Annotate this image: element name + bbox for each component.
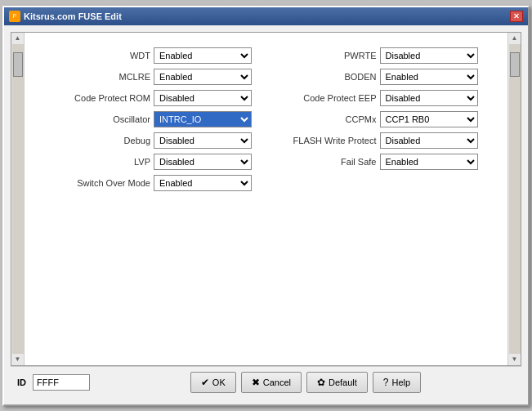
field-row-left-3: OscillatorINTRC_IO: [44, 111, 262, 127]
left-scrollbar: ▲ ▼: [11, 33, 25, 365]
id-label: ID: [17, 377, 26, 387]
help-button[interactable]: ? Help: [373, 372, 421, 393]
right-scrollbar: ▲ ▼: [507, 33, 521, 365]
field-select-right-code-protect-eep[interactable]: Disabled: [380, 90, 478, 106]
default-label: Default: [329, 377, 357, 387]
window-content: ▲ ▼ ▲ ▼ WDTEnabledMCLREEnabledCode Prote…: [4, 25, 528, 404]
scroll-track-right: [509, 44, 521, 354]
field-select-oscillator[interactable]: INTRC_IO: [154, 111, 252, 127]
close-button[interactable]: ✕: [510, 11, 523, 22]
default-button[interactable]: ✿ Default: [306, 372, 368, 393]
field-row-left-4: DebugDisabled: [44, 132, 262, 149]
main-area: ▲ ▼ ▲ ▼ WDTEnabledMCLREEnabledCode Prote…: [11, 32, 521, 366]
field-row-left-0: WDTEnabled: [44, 47, 262, 64]
field-label-right-pwrte: PWRTE: [270, 51, 377, 60]
field-select-right-boden[interactable]: Enabled: [380, 69, 478, 85]
field-label-mclre: MCLRE: [44, 72, 150, 82]
help-label: Help: [392, 377, 411, 387]
title-bar: F Kitsrus.com FUSE Edit ✕: [4, 7, 528, 25]
field-label-right-fail-safe: Fail Safe: [270, 157, 377, 167]
field-label-right-ccpmx: CCPMx: [270, 114, 377, 124]
field-select-lvp[interactable]: Disabled: [154, 154, 252, 170]
ok-button[interactable]: ✔ OK: [190, 372, 236, 393]
fields-container: WDTEnabledMCLREEnabledCode Protect ROMDi…: [28, 41, 504, 357]
field-label-lvp: LVP: [44, 157, 150, 167]
field-select-wdt[interactable]: Enabled: [154, 47, 252, 64]
field-row-right-1: BODENEnabled: [270, 69, 489, 85]
right-fields: PWRTEDisabledBODENEnabledCode Protect EE…: [270, 47, 489, 351]
field-select-debug[interactable]: Disabled: [154, 132, 252, 149]
field-label-debug: Debug: [44, 136, 150, 145]
scroll-up-arrow-right[interactable]: ▲: [509, 33, 521, 44]
field-label-right-flash-write-protect: FLASH Write Protect: [270, 136, 377, 145]
field-select-right-pwrte[interactable]: Disabled: [380, 47, 478, 64]
field-row-left-6: Switch Over ModeEnabled: [44, 175, 262, 191]
cancel-label: Cancel: [263, 377, 291, 387]
scroll-down-arrow-right[interactable]: ▼: [509, 354, 521, 365]
cancel-button[interactable]: ✖ Cancel: [241, 372, 302, 393]
field-label-code-protect-rom: Code Protect ROM: [44, 93, 150, 103]
scroll-thumb-right[interactable]: [510, 52, 520, 77]
cancel-icon: ✖: [252, 377, 260, 388]
help-icon: ?: [383, 377, 389, 388]
field-select-mclre[interactable]: Enabled: [154, 69, 252, 85]
field-label-wdt: WDT: [44, 51, 150, 60]
field-row-right-4: FLASH Write ProtectDisabled: [270, 132, 489, 149]
scroll-track-left: [12, 44, 24, 354]
field-row-left-2: Code Protect ROMDisabled: [44, 90, 262, 106]
window-icon: F: [9, 11, 20, 22]
field-label-right-boden: BODEN: [270, 72, 377, 82]
field-label-right-code-protect-eep: Code Protect EEP: [270, 93, 377, 103]
scroll-thumb-left[interactable]: [13, 52, 23, 77]
field-row-left-1: MCLREEnabled: [44, 69, 262, 85]
field-select-code-protect-rom[interactable]: Disabled: [154, 90, 252, 106]
scroll-up-arrow[interactable]: ▲: [12, 33, 24, 44]
field-row-left-5: LVPDisabled: [44, 154, 262, 170]
main-window: F Kitsrus.com FUSE Edit ✕ ▲ ▼ ▲ ▼: [2, 6, 530, 406]
left-fields: WDTEnabledMCLREEnabledCode Protect ROMDi…: [44, 47, 262, 351]
bottom-buttons: ✔ OK ✖ Cancel ✿ Default ? Help: [190, 372, 421, 393]
ok-label: OK: [212, 377, 226, 387]
default-icon: ✿: [317, 377, 325, 388]
id-input[interactable]: [33, 374, 90, 391]
field-select-right-fail-safe[interactable]: Enabled: [380, 154, 478, 170]
field-select-switch-over-mode[interactable]: Enabled: [154, 175, 252, 191]
field-row-right-3: CCPMxCCP1 RB0: [270, 111, 489, 127]
ok-icon: ✔: [201, 377, 209, 388]
scroll-down-arrow[interactable]: ▼: [12, 354, 24, 365]
field-row-right-5: Fail SafeEnabled: [270, 154, 489, 170]
window-title: Kitsrus.com FUSE Edit: [24, 11, 122, 21]
field-label-oscillator: Oscillator: [44, 114, 150, 124]
title-bar-left: F Kitsrus.com FUSE Edit: [9, 11, 122, 22]
bottom-bar: ID ✔ OK ✖ Cancel ✿ Default ? Help: [11, 366, 521, 398]
field-row-right-0: PWRTEDisabled: [270, 47, 489, 64]
field-select-right-flash-write-protect[interactable]: Disabled: [380, 132, 478, 149]
field-row-right-2: Code Protect EEPDisabled: [270, 90, 489, 106]
field-label-switch-over-mode: Switch Over Mode: [44, 178, 150, 188]
field-select-right-ccpmx[interactable]: CCP1 RB0: [380, 111, 478, 127]
